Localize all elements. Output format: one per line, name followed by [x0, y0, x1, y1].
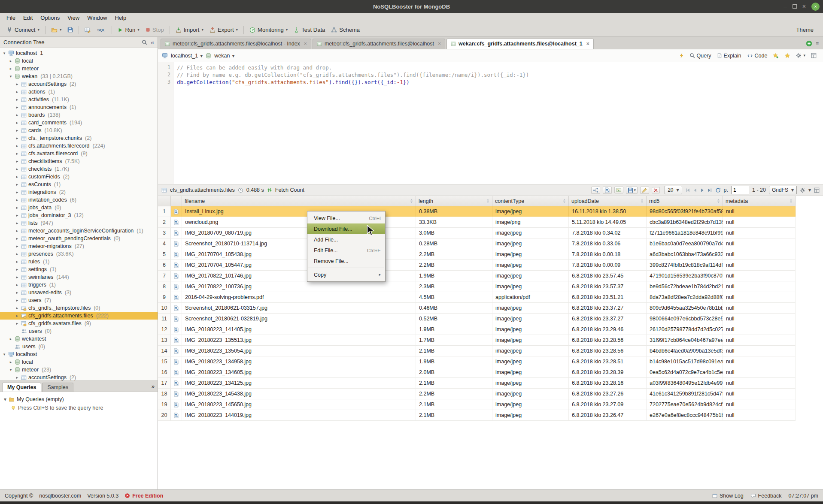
row-view-cell[interactable] — [171, 292, 182, 302]
run-button[interactable]: Run▾ — [115, 25, 142, 34]
my-queries-root[interactable]: ▾ My Queries (empty) — [4, 395, 154, 404]
column-header-filename[interactable]: filename — [182, 196, 416, 206]
column-header-length[interactable]: length — [416, 196, 492, 206]
new-tab-button[interactable] — [806, 40, 812, 47]
table-row[interactable]: 1Install_Linux.jpg0.38MBimage/jpeg16.11.… — [158, 206, 796, 217]
context-menu-item[interactable]: Edit File...Ctrl+E — [307, 245, 385, 256]
remove-document-button[interactable] — [652, 187, 660, 193]
tree-expand-icon[interactable]: ▸ — [15, 113, 19, 117]
row-view-cell[interactable] — [171, 238, 182, 249]
doc-search-icon[interactable] — [173, 402, 179, 407]
doc-search-icon[interactable] — [173, 284, 179, 290]
aggregate-button[interactable] — [591, 187, 600, 194]
chevron-down-icon[interactable]: ▾ — [808, 187, 811, 193]
doc-search-icon[interactable] — [173, 252, 179, 257]
tree-item[interactable]: ▸unsaved-edits(3) — [0, 289, 158, 296]
tree-item[interactable]: ▸card_comments(194) — [0, 119, 158, 127]
gear-icon[interactable] — [800, 187, 805, 193]
tree-expand-icon[interactable]: ▸ — [15, 167, 19, 171]
menu-options[interactable]: Options — [36, 14, 64, 22]
table-row[interactable]: 16IMG_20180223_134605.jpg2.0MBimage/jpeg… — [158, 367, 796, 378]
close-tab-icon[interactable]: × — [304, 41, 307, 46]
tree-item[interactable]: ▸settings(1) — [0, 266, 158, 273]
tree-expand-icon[interactable]: ▸ — [15, 321, 19, 326]
tree-expand-icon[interactable]: ▾ — [2, 352, 6, 356]
table-row[interactable]: 19IMG_20180223_145650.jpg2.1MBimage/jpeg… — [158, 399, 796, 410]
column-header-uploadDate[interactable]: uploadDate — [569, 196, 647, 206]
tree-item[interactable]: ▸accountSettings(2) — [0, 374, 158, 380]
table-row[interactable]: 7IMG_20170822_101746.jpg1.9MBimage/jpeg6… — [158, 271, 796, 281]
sql-button[interactable]: SQL — [94, 26, 109, 34]
table-row[interactable]: 8IMG_20170822_100736.jpg2.3MBimage/jpeg6… — [158, 281, 796, 292]
table-row[interactable]: 6IMG_20170704_105447.jpg2.2MBimage/jpeg7… — [158, 260, 796, 271]
doc-search-icon[interactable] — [173, 413, 179, 418]
tree-expand-icon[interactable]: ▸ — [9, 337, 13, 341]
tree-expand-icon[interactable]: ▸ — [15, 128, 19, 133]
menu-file[interactable]: File — [3, 14, 19, 22]
tree-item[interactable]: ▸esCounts(1) — [0, 181, 158, 188]
doc-search-icon[interactable] — [173, 348, 179, 354]
view-mode-select[interactable]: GridFS ▾ — [769, 186, 797, 194]
doc-search-icon[interactable] — [173, 241, 179, 247]
tree-item[interactable]: ▸actions(1) — [0, 88, 158, 96]
table-row[interactable]: 20IMG_20180223_144019.jpg2.1MBimage/jpeg… — [158, 410, 796, 421]
prev-page-button[interactable] — [692, 188, 698, 193]
tree-expand-icon[interactable]: ▸ — [9, 66, 13, 71]
tree-item[interactable]: ▸presences(33.6K) — [0, 250, 158, 258]
layout-button[interactable] — [811, 53, 817, 58]
tree-item[interactable]: ▸cfs._tempstore.chunks(2) — [0, 134, 158, 142]
tree-expand-icon[interactable]: ▸ — [9, 360, 13, 364]
tab-list-button[interactable]: ≡ — [816, 41, 819, 46]
tree-expand-icon[interactable]: ▸ — [15, 298, 19, 302]
tree-expand-icon[interactable]: ▸ — [15, 267, 19, 272]
tree-item[interactable]: ▸meteor — [0, 65, 158, 72]
context-menu-item[interactable]: Download File... — [307, 223, 385, 234]
tree-item[interactable]: ▸swimlanes(144) — [0, 273, 158, 281]
row-view-cell[interactable] — [171, 324, 182, 335]
tree-item[interactable]: ▸local — [0, 57, 158, 65]
tree-item[interactable]: ▸announcements(1) — [0, 103, 158, 111]
menu-edit[interactable]: Edit — [19, 14, 36, 22]
tab-my-queries[interactable]: My Queries — [2, 383, 41, 392]
tree-item[interactable]: ▸meteor-migrations(27) — [0, 242, 158, 250]
doc-search-icon[interactable] — [173, 230, 179, 236]
doc-search-icon[interactable] — [173, 316, 179, 322]
code-button[interactable]: Code — [747, 53, 768, 59]
settings-button[interactable]: ▾ — [796, 53, 805, 58]
table-row[interactable]: 18IMG_20180223_145438.jpg2.2MBimage/jpeg… — [158, 389, 796, 399]
tree-expand-icon[interactable]: ▸ — [15, 236, 19, 241]
tree-expand-icon[interactable]: ▸ — [15, 82, 19, 86]
tree-expand-icon[interactable]: ▸ — [15, 151, 19, 156]
tree-item[interactable]: ▸rules(1) — [0, 258, 158, 266]
close-tab-icon[interactable]: × — [438, 41, 441, 46]
row-view-cell[interactable] — [171, 367, 182, 377]
row-view-cell[interactable] — [171, 303, 182, 313]
fetch-count-icon[interactable] — [267, 187, 272, 193]
tree-item[interactable]: ▾meteor(23) — [0, 366, 158, 374]
tree-expand-icon[interactable]: ▸ — [15, 90, 19, 94]
favorites-button[interactable] — [784, 53, 790, 59]
column-header-md5[interactable]: md5 — [647, 196, 723, 206]
tree-expand-icon[interactable]: ▸ — [15, 175, 19, 179]
connect-button[interactable]: Connect▾ — [3, 25, 43, 34]
save-button[interactable] — [64, 26, 76, 34]
tree-item[interactable]: ▸checklistItems(7.5K) — [0, 157, 158, 165]
tree-expand-icon[interactable]: ▾ — [4, 397, 6, 402]
page-number-input[interactable] — [731, 186, 749, 194]
tree-expand-icon[interactable]: ▸ — [15, 97, 19, 102]
tree-expand-icon[interactable]: ▸ — [15, 314, 19, 318]
tree-item[interactable]: users(0) — [0, 343, 158, 350]
more-icon[interactable]: » — [152, 383, 155, 389]
row-view-cell[interactable] — [171, 389, 182, 399]
row-view-cell[interactable] — [171, 260, 182, 270]
doc-search-icon[interactable] — [173, 391, 179, 397]
editor-code[interactable]: // Files can be added easily with drag a… — [173, 62, 823, 184]
tree-item[interactable]: ▾localhost — [0, 350, 158, 358]
tree-item[interactable]: ▸jobs_data(0) — [0, 204, 158, 211]
table-row[interactable]: 92016-04-29-solving-problems.pdf4.5MBapp… — [158, 292, 796, 303]
search-icon[interactable] — [142, 39, 147, 45]
layout-icon[interactable] — [814, 187, 820, 193]
table-row[interactable]: 3IMG_20180709_080719.jpg3.0MBimage/jpeg7… — [158, 228, 796, 238]
collapse-sidebar-icon[interactable]: « — [151, 39, 154, 46]
tree-expand-icon[interactable]: ▸ — [15, 190, 19, 194]
